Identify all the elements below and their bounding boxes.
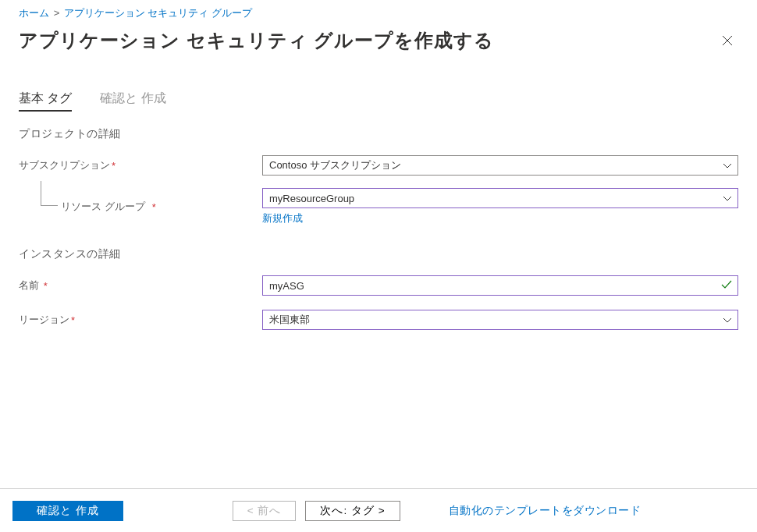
- breadcrumb: ホーム > アプリケーション セキュリティ グループ: [0, 0, 757, 20]
- required-indicator: *: [44, 280, 48, 292]
- input-name-wrap: [262, 275, 738, 296]
- tab-review-label-b: 作成: [141, 91, 166, 105]
- tabs: 基本 タグ 確認と 作成: [19, 87, 738, 112]
- required-indicator: *: [152, 201, 156, 213]
- label-region-text: リージョン: [19, 313, 69, 327]
- form-content: 基本 タグ 確認と 作成 プロジェクトの詳細 サブスクリプション* リソース グ…: [0, 59, 757, 332]
- required-indicator: *: [112, 160, 116, 172]
- close-icon: [722, 35, 733, 46]
- select-subscription[interactable]: [262, 155, 738, 176]
- review-create-button[interactable]: 確認と 作成: [12, 501, 123, 521]
- tab-review-label-a: 確認と: [100, 91, 137, 105]
- row-resource-group: リソース グループ * 新規作成: [19, 188, 738, 225]
- breadcrumb-home[interactable]: ホーム: [19, 7, 49, 19]
- select-region[interactable]: [262, 310, 738, 330]
- next-button[interactable]: 次へ: タグ >: [305, 501, 400, 521]
- select-region-value[interactable]: [262, 310, 738, 330]
- select-subscription-value[interactable]: [262, 155, 738, 176]
- label-subscription: サブスクリプション*: [19, 158, 262, 172]
- label-name-text: 名前: [19, 278, 39, 293]
- tab-basics-label-b: タグ: [47, 91, 72, 105]
- row-name: 名前 *: [19, 274, 738, 297]
- select-resource-group-value[interactable]: [262, 188, 738, 208]
- input-name[interactable]: [262, 275, 738, 296]
- required-indicator: *: [71, 314, 75, 326]
- download-template-link[interactable]: 自動化のテンプレートをダウンロード: [449, 504, 641, 518]
- label-name: 名前 *: [19, 278, 262, 293]
- label-resource-group-text: リソース グループ: [61, 200, 145, 214]
- tab-review-create[interactable]: 確認と 作成: [100, 87, 165, 112]
- label-resource-group: リソース グループ *: [19, 200, 262, 214]
- link-create-new-rg[interactable]: 新規作成: [262, 211, 303, 225]
- page-title: アプリケーション セキュリティ グループを作成する: [19, 28, 494, 53]
- breadcrumb-separator: >: [54, 7, 60, 19]
- check-icon: [721, 278, 732, 293]
- close-button[interactable]: [716, 30, 738, 51]
- section-instance-details: インスタンスの詳細: [19, 247, 738, 261]
- breadcrumb-current[interactable]: アプリケーション セキュリティ グループ: [64, 7, 252, 19]
- tab-basics[interactable]: 基本 タグ: [19, 87, 72, 112]
- row-region: リージョン*: [19, 308, 738, 332]
- tab-basics-label-a: 基本: [19, 91, 44, 105]
- page-header: アプリケーション セキュリティ グループを作成する: [0, 20, 757, 59]
- footer-bar: 確認と 作成 < 前へ 次へ: タグ > 自動化のテンプレートをダウンロード: [0, 488, 757, 532]
- previous-button[interactable]: < 前へ: [233, 501, 297, 521]
- indent-line: [41, 181, 58, 206]
- label-region: リージョン*: [19, 313, 262, 327]
- select-resource-group[interactable]: [262, 188, 738, 208]
- section-project-details: プロジェクトの詳細: [19, 127, 738, 141]
- row-subscription: サブスクリプション*: [19, 154, 738, 177]
- label-subscription-text: サブスクリプション: [19, 158, 110, 172]
